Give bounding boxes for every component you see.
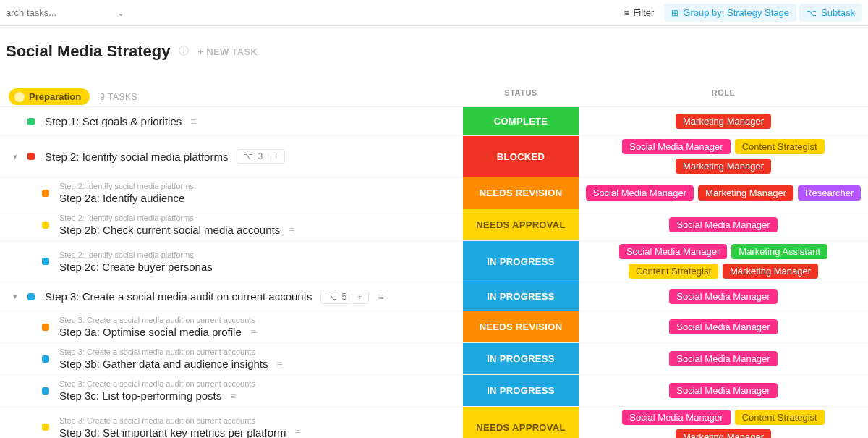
- subtask-icon: ⌥: [807, 8, 817, 18]
- status-dot: [42, 222, 49, 229]
- task-row[interactable]: Step 1: Set goals & priorities ≡ COMPLET…: [0, 107, 868, 136]
- role-tag-smm[interactable]: Social Media Manager: [622, 410, 730, 425]
- col-header-role: ROLE: [579, 88, 868, 97]
- role-cell: Social Media Manager: [579, 282, 868, 311]
- subtask-button[interactable]: ⌥ Subtask: [799, 4, 862, 22]
- subtask-count: 3: [258, 151, 263, 161]
- description-icon[interactable]: ≡: [230, 390, 236, 402]
- branch-icon: ⌥: [243, 151, 253, 161]
- status-dot: [27, 153, 35, 160]
- role-cell: Social Media Manager: [579, 209, 868, 240]
- task-row[interactable]: Step 2: Identify social media platforms …: [0, 209, 868, 241]
- role-tag-mm[interactable]: Marketing Manager: [723, 264, 818, 279]
- role-cell: Social Media Manager Content Strategist …: [579, 407, 868, 438]
- page-title: Social Media Strategy: [6, 42, 170, 61]
- parent-label: Step 2: Identify social media platforms: [59, 214, 294, 222]
- top-toolbar: ⌄ ≡ Filter ⊞ Group by: Strategy Stage ⌥ …: [0, 0, 868, 26]
- task-name: Step 2: Identify social media platforms: [45, 151, 228, 163]
- status-cell[interactable]: BLOCKED: [463, 136, 579, 177]
- description-icon[interactable]: ≡: [289, 224, 294, 236]
- branch-icon: ⌥: [327, 292, 337, 302]
- group-header: Preparation 9 TASKS STATUS ROLE: [9, 88, 868, 105]
- subtask-label: Subtask: [821, 7, 855, 18]
- role-tag-smm[interactable]: Social Media Manager: [669, 351, 777, 366]
- role-tag-mm[interactable]: Marketing Manager: [676, 159, 771, 174]
- role-tag-ma[interactable]: Marketing Assistant: [731, 244, 827, 259]
- role-cell: Marketing Manager: [579, 107, 868, 135]
- search-dropdown[interactable]: ⌄: [113, 8, 129, 18]
- status-cell[interactable]: IN PROGRESS: [463, 375, 579, 406]
- role-tag-smm[interactable]: Social Media Manager: [669, 383, 777, 398]
- role-tag-cs[interactable]: Content Strategist: [735, 139, 825, 154]
- role-tag-res[interactable]: Researcher: [798, 185, 861, 201]
- role-tag-cs[interactable]: Content Strategist: [735, 410, 825, 425]
- status-cell[interactable]: NEEDS APPROVAL: [463, 407, 579, 438]
- status-cell[interactable]: NEEDS REVISION: [463, 311, 579, 342]
- task-row[interactable]: Step 2: Identify social media platforms …: [0, 241, 868, 282]
- group-by-button[interactable]: ⊞ Group by: Strategy Stage: [664, 4, 796, 22]
- status-dot: [42, 424, 49, 431]
- title-row: Social Media Strategy ⓘ + NEW TASK: [0, 26, 868, 68]
- status-cell[interactable]: IN PROGRESS: [463, 343, 579, 374]
- task-row[interactable]: Step 3: Create a social media audit on c…: [0, 375, 868, 407]
- task-list: Step 1: Set goals & priorities ≡ COMPLET…: [0, 106, 868, 438]
- task-row[interactable]: Step 3: Create a social media audit on c…: [0, 343, 868, 375]
- status-cell[interactable]: NEEDS APPROVAL: [463, 209, 579, 240]
- parent-label: Step 2: Identify social media platforms: [59, 182, 194, 190]
- role-cell: Social Media Manager: [579, 343, 868, 374]
- role-tag-smm[interactable]: Social Media Manager: [622, 139, 730, 154]
- task-name: Step 3: Create a social media audit on c…: [45, 290, 312, 303]
- description-icon[interactable]: ≡: [250, 327, 256, 338]
- task-row[interactable]: ▾ Step 3: Create a social media audit on…: [0, 282, 868, 311]
- filter-button[interactable]: ≡ Filter: [616, 4, 661, 22]
- add-subtask-icon[interactable]: +: [357, 292, 362, 302]
- parent-label: Step 2: Identify social media platforms: [59, 250, 213, 259]
- role-tag-mm[interactable]: Marketing Manager: [676, 114, 771, 129]
- role-cell: Social Media Manager Marketing Manager R…: [579, 177, 868, 209]
- filter-icon: ≡: [624, 8, 629, 18]
- task-name: Step 2b: Check current social media acco…: [59, 224, 280, 236]
- parent-label: Step 3: Create a social media audit on c…: [59, 379, 255, 388]
- col-header-status: STATUS: [463, 88, 579, 97]
- task-row[interactable]: Step 2: Identify social media platforms …: [0, 177, 868, 209]
- role-tag-smm[interactable]: Social Media Manager: [669, 217, 777, 232]
- role-cell: Social Media Manager: [579, 375, 868, 406]
- status-cell[interactable]: COMPLETE: [463, 107, 579, 135]
- status-cell[interactable]: IN PROGRESS: [463, 241, 579, 282]
- parent-label: Step 3: Create a social media audit on c…: [59, 416, 301, 425]
- task-name: Step 3a: Optimise social media profile: [59, 326, 242, 338]
- role-tag-mm[interactable]: Marketing Manager: [676, 429, 771, 438]
- status-cell[interactable]: NEEDS REVISION: [463, 177, 579, 209]
- status-dot: [27, 293, 35, 300]
- description-icon[interactable]: ≡: [294, 426, 300, 438]
- info-icon[interactable]: ⓘ: [179, 45, 189, 58]
- role-tag-cs[interactable]: Content Strategist: [629, 264, 718, 279]
- task-row[interactable]: ▾ Step 2: Identify social media platform…: [0, 136, 868, 177]
- description-icon[interactable]: ≡: [378, 291, 383, 303]
- add-subtask-icon[interactable]: +: [273, 151, 278, 161]
- collapse-toggle[interactable]: ▾: [13, 292, 22, 301]
- status-cell[interactable]: IN PROGRESS: [463, 282, 579, 311]
- description-icon[interactable]: ≡: [277, 358, 283, 370]
- subtask-meta[interactable]: ⌥ 3 | +: [237, 149, 285, 164]
- group-by-label: Group by: Strategy Stage: [683, 7, 789, 18]
- task-name: Step 3b: Gather data and audience insigh…: [59, 358, 268, 370]
- search-input[interactable]: [6, 7, 107, 18]
- task-name: Step 3c: List top-performing posts: [59, 389, 221, 402]
- task-count: 9 TASKS: [100, 92, 137, 102]
- task-row[interactable]: Step 3: Create a social media audit on c…: [0, 311, 868, 343]
- group-icon: ⊞: [671, 8, 678, 18]
- task-name: Step 3d: Set important key metrics per p…: [59, 426, 286, 439]
- description-icon[interactable]: ≡: [190, 116, 196, 127]
- role-tag-smm[interactable]: Social Media Manager: [669, 319, 777, 334]
- role-tag-mm[interactable]: Marketing Manager: [698, 185, 793, 201]
- role-tag-smm[interactable]: Social Media Manager: [586, 185, 694, 201]
- new-task-button[interactable]: + NEW TASK: [197, 46, 258, 57]
- role-tag-smm[interactable]: Social Media Manager: [669, 289, 777, 304]
- role-cell: Social Media Manager Marketing Assistant…: [579, 241, 868, 282]
- role-tag-smm[interactable]: Social Media Manager: [619, 244, 727, 259]
- subtask-meta[interactable]: ⌥ 5 | +: [320, 290, 369, 304]
- task-row[interactable]: Step 3: Create a social media audit on c…: [0, 407, 868, 438]
- collapse-toggle[interactable]: ▾: [13, 152, 22, 161]
- group-pill[interactable]: Preparation: [9, 88, 90, 105]
